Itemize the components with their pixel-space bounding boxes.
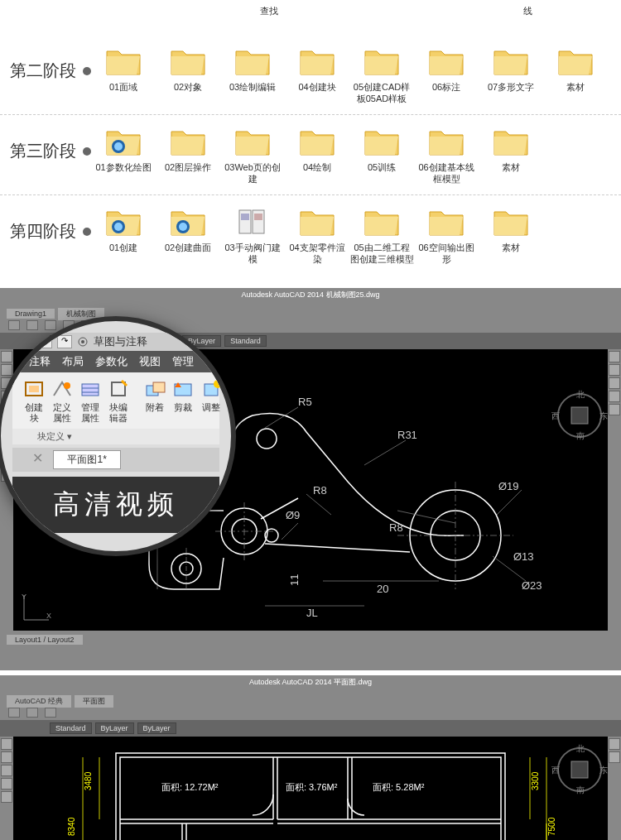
folder-item[interactable]: 01参数化绘图 — [91, 125, 156, 185]
panel-title[interactable]: 块定义 ▾ — [12, 429, 219, 444]
tool-icon[interactable] — [1, 778, 12, 790]
folder-item[interactable]: 查找 — [237, 2, 301, 17]
folder-item[interactable]: 02图层操作 — [156, 125, 220, 185]
folder-item[interactable]: 01面域 — [91, 45, 156, 104]
ribbon-button[interactable]: 定义属性 — [49, 377, 75, 424]
compass-east: 东 — [599, 410, 608, 422]
svg-line-27 — [497, 490, 522, 515]
tool-icon[interactable] — [45, 708, 56, 718]
ribbon-button[interactable]: 附着 — [142, 377, 168, 424]
ucs-icon: X Y — [20, 591, 53, 624]
folder-icon — [297, 205, 337, 238]
tool-icon[interactable] — [1, 351, 12, 362]
svg-text:Y: Y — [22, 593, 26, 601]
folder-label: 01参数化绘图 — [91, 161, 156, 173]
svg-point-1 — [114, 142, 123, 151]
folder-label: 04创建块 — [285, 81, 349, 93]
folder-item[interactable]: 06空间输出图形 — [414, 205, 479, 265]
workspace-label[interactable]: 草图与注释 — [94, 334, 147, 349]
compass-south: 南 — [576, 785, 585, 796]
watermark-text: 高清视频 — [12, 477, 219, 533]
folder-label: 04支架零件渲染 — [285, 242, 349, 265]
gear-icon[interactable] — [77, 336, 89, 348]
doc-tab[interactable]: Drawing1 — [7, 309, 55, 319]
folder-icon — [426, 125, 466, 158]
tool-icon[interactable] — [26, 708, 38, 718]
drawing-canvas[interactable]: 面积: 12.72M² 面积: 3.76M² 面积: 5.28M² 面积: 5.… — [0, 737, 621, 840]
ribbon-label: 块编辑器 — [105, 402, 132, 424]
folder-icon — [491, 45, 531, 78]
folder-item[interactable]: 01创建 — [91, 205, 156, 265]
ribbon-icon — [142, 377, 168, 401]
ribbon-button[interactable]: 块编辑器 — [105, 377, 132, 424]
close-icon[interactable]: ✕ — [32, 451, 43, 465]
tool-icon[interactable] — [1, 738, 12, 750]
svg-text:20: 20 — [377, 583, 388, 595]
svg-text:Ø19: Ø19 — [498, 480, 519, 492]
cad-window-2: Autodesk AutoCAD 2014 平面图.dwg AutoCAD 经典… — [0, 675, 621, 840]
ribbon-tab[interactable]: 参数化 — [95, 354, 128, 369]
folder-item[interactable]: 04创建块 — [285, 45, 349, 104]
layout-tab[interactable]: Layout1 / Layout2 — [7, 635, 83, 645]
folder-item[interactable]: 素材 — [479, 205, 543, 265]
doc-tab[interactable]: 平面图 — [75, 695, 113, 708]
ribbon-button[interactable]: 管理属性 — [77, 377, 104, 424]
folder-item[interactable]: 05由二维工程图创建三维模型 — [349, 205, 414, 265]
tool-icon[interactable] — [26, 320, 38, 330]
ribbon-tab[interactable]: 管理 — [172, 354, 194, 369]
svg-text:面积: 5.28M²: 面积: 5.28M² — [373, 782, 425, 792]
folder-item[interactable]: 05创建CAD样板05AD样板 — [349, 45, 414, 104]
tool-icon[interactable] — [1, 791, 12, 803]
folder-item[interactable]: 03手动阀门建模 — [220, 205, 285, 265]
folder-label: 06创建基本线框模型 — [414, 161, 479, 185]
ribbon-tabs: 注释布局参数化视图管理 — [12, 351, 219, 372]
folder-item[interactable]: 03绘制编辑 — [220, 45, 285, 104]
folder-item[interactable]: 06创建基本线框模型 — [414, 125, 479, 185]
folder-label: 05训练 — [349, 161, 414, 173]
folder-label: 02图层操作 — [156, 161, 220, 173]
ribbon-tab[interactable]: 视图 — [139, 354, 161, 369]
folder-item[interactable]: 04支架零件渲染 — [285, 205, 349, 265]
ribbon-button[interactable]: 创建块 — [21, 377, 47, 424]
tool-icon[interactable] — [1, 364, 12, 376]
ribbon-tab[interactable]: 布局 — [62, 354, 84, 369]
view-cube[interactable]: 北 南 东 西 — [555, 745, 604, 794]
folder-item[interactable]: 06标注 — [414, 45, 479, 104]
folder-icon — [297, 125, 337, 158]
folder-item[interactable]: 02对象 — [156, 45, 220, 104]
folder-item[interactable]: 线 — [495, 2, 560, 17]
folder-item[interactable]: 03Web页的创建 — [220, 125, 285, 185]
doc-tab[interactable]: 平面图1* — [53, 450, 120, 469]
view-cube[interactable]: 北 南 东 西 — [555, 391, 604, 440]
status-bar — [0, 644, 621, 657]
dropdown[interactable]: Standard — [224, 335, 267, 347]
redo-icon[interactable]: ↷ — [57, 335, 72, 348]
tool-icon[interactable] — [1, 751, 12, 763]
ribbon-tab[interactable]: 注释 — [29, 354, 51, 369]
window-title: Autodesk AutoCAD 2014 平面图.dwg — [249, 677, 372, 688]
tool-icon[interactable] — [8, 320, 20, 330]
ribbon-button[interactable]: 调整 — [198, 377, 224, 424]
folder-item[interactable]: 素材 — [479, 125, 543, 185]
svg-point-5 — [179, 223, 187, 231]
folder-item[interactable]: 04绘制 — [285, 125, 349, 185]
svg-text:3300: 3300 — [531, 771, 540, 790]
dropdown[interactable]: Standard — [50, 722, 92, 734]
stage-row-3: 第三阶段 01参数化绘图02图层操作03Web页的创建04绘制05训练06创建基… — [0, 115, 621, 195]
folder-item[interactable]: 02创建曲面 — [156, 205, 220, 265]
tool-icon[interactable] — [8, 708, 20, 718]
tool-icon[interactable] — [45, 320, 56, 330]
folder-icon — [491, 125, 531, 158]
dropdown[interactable]: ByLayer — [95, 722, 134, 734]
dropdown[interactable]: ByLayer — [137, 722, 176, 734]
floor-plan: 面积: 12.72M² 面积: 3.76M² 面积: 5.28M² 面积: 5.… — [17, 737, 613, 840]
folder-item[interactable]: 07多形文字 — [479, 45, 543, 104]
tool-icon[interactable] — [1, 765, 12, 776]
svg-point-3 — [114, 223, 123, 231]
folder-item[interactable]: 素材 — [543, 45, 608, 104]
doc-tab[interactable]: AutoCAD 经典 — [7, 695, 71, 708]
drawing-canvas[interactable]: R5 R31 R8 R8 Ø9 Ø19 Ø13 Ø23 20 11 JL 8 北 — [0, 349, 621, 631]
svg-text:面积: 3.76M²: 面积: 3.76M² — [286, 782, 338, 792]
folder-item[interactable]: 05训练 — [349, 125, 414, 185]
ribbon-button[interactable]: 剪裁 — [170, 377, 196, 424]
